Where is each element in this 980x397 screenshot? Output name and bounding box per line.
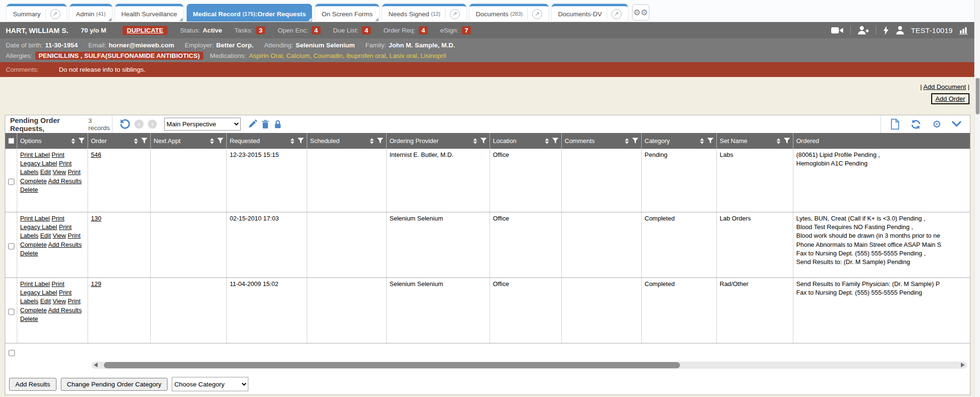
- tab-health-surveillance[interactable]: Health Surveillance: [115, 4, 183, 22]
- medication-link[interactable]: ibuprofen oral: [346, 52, 386, 59]
- column-header-location[interactable]: Location: [490, 133, 562, 149]
- medication-link[interactable]: Lasix oral: [390, 52, 417, 59]
- order-option-link-view[interactable]: View: [53, 298, 66, 305]
- medication-link[interactable]: Lisinopril: [421, 52, 446, 59]
- allergies-badge[interactable]: PENICILLINS , SULFA(SULFONAMIDE ANTIBIOT…: [35, 52, 203, 60]
- medication-link[interactable]: Aspirin Oral: [249, 52, 283, 59]
- scrollbar-thumb[interactable]: [104, 362, 680, 368]
- vertical-scrollbar-thumb[interactable]: [976, 78, 980, 114]
- person-icon[interactable]: [896, 26, 904, 34]
- order-option-link-edit[interactable]: Edit: [40, 232, 51, 239]
- row-checkbox[interactable]: [9, 348, 15, 358]
- add-person-icon[interactable]: [858, 26, 869, 35]
- popout-arrow-icon[interactable]: ↗: [612, 9, 622, 19]
- duplicate-badge[interactable]: DUPLICATE: [122, 26, 167, 35]
- add-order-link[interactable]: Add Order: [935, 95, 965, 102]
- column-header-comments[interactable]: Comments: [562, 133, 642, 149]
- order-option-link-view[interactable]: View: [53, 232, 66, 239]
- filter-funnel-icon[interactable]: [298, 138, 304, 144]
- tab-documents[interactable]: Documents(283)↗: [469, 4, 548, 22]
- popout-arrow-icon[interactable]: ↗: [50, 9, 60, 19]
- tab-needs-signed[interactable]: Needs Signed(12)↗: [382, 4, 466, 22]
- column-header-ordering-provider[interactable]: Ordering Provider: [387, 133, 490, 149]
- medication-link[interactable]: Calcium: [286, 52, 310, 59]
- order-option-link-complete[interactable]: Complete: [20, 241, 47, 248]
- order-option-link-delete[interactable]: Delete: [20, 315, 38, 322]
- sort-icon[interactable]: [71, 138, 75, 144]
- filter-funnel-icon[interactable]: [784, 138, 790, 144]
- sort-icon[interactable]: [700, 138, 704, 144]
- horizontal-scrollbar[interactable]: [91, 362, 967, 369]
- order-option-link-print[interactable]: Print: [68, 168, 81, 176]
- tab-on-screen-forms[interactable]: On Screen Forms: [315, 4, 379, 22]
- order-option-link-edit[interactable]: Edit: [40, 298, 51, 305]
- sort-icon[interactable]: [370, 138, 374, 144]
- lightning-icon[interactable]: [883, 26, 889, 35]
- order-option-link-print-label[interactable]: Print Label: [20, 151, 50, 158]
- order-number-link[interactable]: 130: [91, 215, 101, 222]
- sort-icon[interactable]: [625, 138, 629, 144]
- column-header-next-appt[interactable]: Next Appt: [151, 133, 227, 149]
- new-document-icon[interactable]: [891, 119, 900, 130]
- choose-category-select[interactable]: Choose Category: [172, 377, 248, 391]
- undo-icon[interactable]: [119, 119, 130, 130]
- next-circle-icon[interactable]: ›: [148, 120, 157, 129]
- vertical-scrollbar[interactable]: [974, 0, 980, 397]
- lock-icon[interactable]: [274, 120, 282, 129]
- sort-icon[interactable]: [134, 138, 138, 144]
- tab-summary[interactable]: Summary↗: [7, 4, 67, 22]
- perspective-select[interactable]: Main Perspective: [164, 118, 241, 131]
- order-option-link-add-results[interactable]: Add Results: [48, 241, 82, 248]
- popout-arrow-icon[interactable]: ↗: [450, 9, 460, 19]
- column-header-set-name[interactable]: Set Name: [717, 133, 793, 149]
- order-option-link-print-label[interactable]: Print Label: [20, 215, 50, 222]
- column-header-order[interactable]: Order: [88, 133, 151, 149]
- change-pending-order-category-button[interactable]: Change Pending Order Category: [61, 378, 167, 391]
- tab-medical-record[interactable]: Medical Record(175):Order Requests: [187, 4, 312, 22]
- order-option-link-view[interactable]: View: [53, 168, 66, 176]
- order-option-link-print-label[interactable]: Print Label: [20, 280, 50, 287]
- refresh-icon[interactable]: [910, 119, 922, 130]
- select-all-checkbox[interactable]: [8, 138, 14, 144]
- bar-chart-icon[interactable]: [959, 26, 969, 34]
- row-checkbox[interactable]: [8, 217, 14, 276]
- order-option-link-add-results[interactable]: Add Results: [48, 177, 82, 185]
- filter-funnel-icon[interactable]: [480, 138, 487, 144]
- filter-funnel-icon[interactable]: [552, 138, 558, 144]
- medication-link[interactable]: Coumadin: [313, 52, 343, 59]
- order-option-link-add-results[interactable]: Add Results: [48, 307, 82, 314]
- filter-funnel-icon[interactable]: [141, 138, 147, 144]
- order-option-link-complete[interactable]: Complete: [20, 177, 47, 185]
- filter-funnel-icon[interactable]: [707, 138, 713, 144]
- trash-icon[interactable]: [261, 120, 269, 129]
- scroll-left-icon[interactable]: [94, 363, 98, 367]
- sort-icon[interactable]: [290, 138, 294, 144]
- scroll-right-icon[interactable]: [961, 363, 965, 367]
- order-option-link-complete[interactable]: Complete: [20, 307, 47, 314]
- popout-arrow-icon[interactable]: ↗: [532, 9, 542, 19]
- counter-badge[interactable]: 7: [462, 26, 471, 34]
- tab-documents-dv[interactable]: Documents-DV↗: [552, 4, 628, 22]
- row-checkbox[interactable]: [8, 153, 14, 210]
- prev-circle-icon[interactable]: ‹: [134, 120, 144, 129]
- add-results-button[interactable]: Add Results: [9, 378, 56, 391]
- add-document-link[interactable]: Add Document: [923, 83, 966, 90]
- order-number-link[interactable]: 546: [91, 151, 101, 158]
- sort-icon[interactable]: [210, 138, 214, 144]
- counter-badge[interactable]: 4: [362, 26, 371, 34]
- settings-cogs-icon[interactable]: ⚙⚙: [632, 4, 649, 21]
- row-checkbox[interactable]: [8, 282, 14, 342]
- column-header-category[interactable]: Category: [642, 133, 717, 149]
- filter-funnel-icon[interactable]: [632, 138, 638, 144]
- order-number-link[interactable]: 129: [91, 280, 101, 287]
- counter-badge[interactable]: 4: [419, 26, 428, 34]
- filter-funnel-icon[interactable]: [78, 138, 85, 144]
- gear-icon[interactable]: ⚙: [932, 119, 941, 130]
- chevron-down-icon[interactable]: [952, 121, 961, 127]
- sort-icon[interactable]: [473, 138, 477, 144]
- column-header-select-all[interactable]: [5, 133, 17, 149]
- counter-badge[interactable]: 3: [256, 26, 265, 34]
- counter-badge[interactable]: 4: [312, 26, 321, 34]
- pencil-icon[interactable]: [248, 120, 257, 129]
- column-header-requested[interactable]: Requested: [227, 133, 307, 149]
